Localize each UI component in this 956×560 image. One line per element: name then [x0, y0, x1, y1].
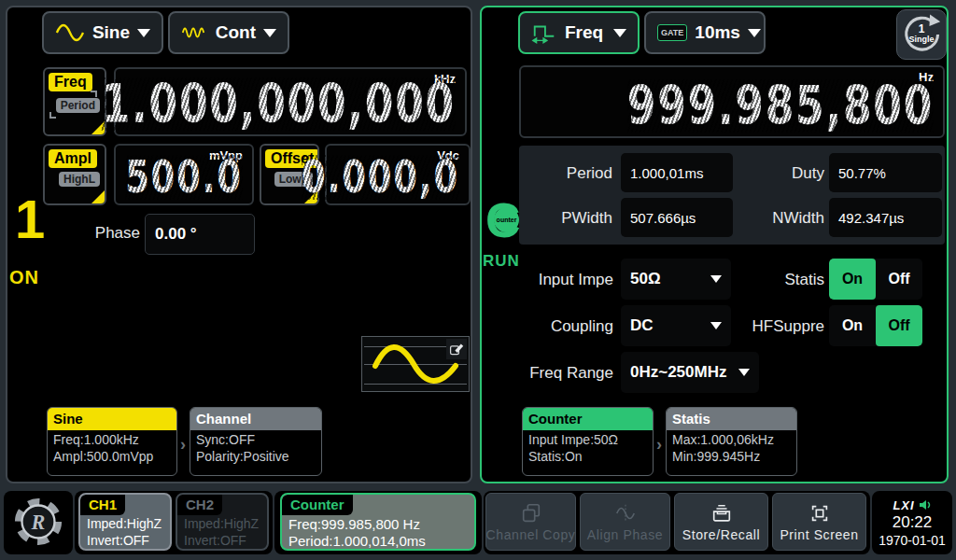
hf-suppress-off-button[interactable]: Off	[876, 305, 922, 346]
input-impedance-label: Input Impe	[515, 271, 613, 289]
tab-separator-chevron-icon: ›	[656, 435, 662, 455]
offset-value-display[interactable]: Vdc 0.000,0	[325, 144, 471, 205]
chevron-down-icon	[748, 29, 761, 37]
chevron-down-icon	[710, 275, 722, 283]
pencil-edit-icon	[449, 342, 464, 357]
phase-value: 0.00 °	[155, 225, 197, 244]
coupling-value: DC	[630, 316, 654, 335]
print-screen-button[interactable]: Print Screen	[772, 493, 866, 551]
ampl-param-selector[interactable]: Ampl HighL	[43, 144, 106, 205]
store-recall-icon	[710, 502, 733, 525]
coupling-select[interactable]: DC	[621, 305, 731, 346]
statis-off-button[interactable]: Off	[876, 259, 922, 300]
nwidth-value-box: 492.347µs	[829, 198, 942, 237]
channel-on-state: ON	[9, 267, 39, 288]
ch1-badge-line2: Invert:OFF	[87, 533, 149, 548]
clock-date: 1970-01-01	[879, 533, 946, 548]
counter-mode-select[interactable]: Freq	[518, 11, 640, 54]
tab-counter-line2: Statis:On	[523, 447, 653, 464]
counter-badge-line1: Freq:999.985,800 Hz	[288, 516, 420, 532]
clock-time: 20:22	[893, 513, 933, 532]
logo-letter: R	[31, 511, 46, 534]
tab-statis[interactable]: Statis Max:1.000,06kHz Min:999.945Hz	[666, 407, 797, 476]
speaker-icon	[919, 499, 932, 511]
pulse-width-icon	[531, 21, 557, 44]
store-recall-button[interactable]: Store/Recall	[674, 493, 768, 551]
bottom-buttons-cell: Channel Copy Align Phase Store/Recall Pr…	[484, 491, 870, 554]
period-alt-label: Period	[56, 98, 100, 113]
chevron-down-icon	[613, 29, 626, 37]
coupling-label: Coupling	[515, 317, 613, 336]
tab-counter[interactable]: Counter Input Impe:50Ω Statis:On	[522, 407, 654, 476]
freq-param-selector[interactable]: Freq Period	[43, 67, 106, 136]
hf-suppress-on-button[interactable]: On	[829, 305, 876, 346]
nwidth-label: NWidth	[731, 209, 824, 228]
sine-icon	[55, 22, 85, 43]
chevron-down-icon	[137, 29, 150, 37]
tab-statis-line1: Max:1.000,06kHz	[667, 430, 796, 447]
period-value: 1.000,01ms	[630, 165, 703, 181]
pwidth-value: 507.666µs	[630, 210, 696, 226]
tab-statis-title: Statis	[667, 408, 796, 430]
system-status-block: LXI 20:22 1970-01-01	[872, 491, 952, 554]
period-label: Period	[519, 164, 612, 183]
hf-suppress-toggle: On Off	[829, 305, 922, 346]
run-mode-select[interactable]: Cont	[168, 11, 289, 54]
freq-value-display[interactable]: kHz 1.000,000,000	[114, 67, 467, 136]
phase-label: Phase	[82, 224, 140, 243]
highlevel-alt-label: HighL	[59, 172, 100, 187]
print-screen-icon	[808, 502, 831, 525]
input-impedance-select[interactable]: 50Ω	[621, 259, 731, 300]
gate-badge: GATE	[657, 24, 687, 41]
ch1-status-badge[interactable]: CH1 Imped:HighZ Invert:OFF	[78, 493, 172, 551]
pwidth-value-box: 507.666µs	[621, 198, 733, 237]
channel-copy-button[interactable]: Channel Copy	[485, 493, 576, 551]
nwidth-value: 492.347µs	[838, 210, 904, 226]
tab-sine-line1: Freq:1.000kHz	[48, 430, 176, 447]
tab-counter-line1: Input Impe:50Ω	[523, 430, 653, 447]
align-phase-button[interactable]: Align Phase	[580, 493, 670, 551]
gate-time-select[interactable]: GATE 10ms	[644, 11, 766, 54]
tab-channel-line2: Polarity:Positive	[190, 447, 321, 464]
channel-badges-cell: CH1 Imped:HighZ Invert:OFF CH2 Imped:Hig…	[75, 491, 273, 554]
tab-sine[interactable]: Sine Freq:1.000kHz Ampl:500.0mVpp	[47, 407, 177, 476]
waveform-select-label: Sine	[92, 22, 130, 43]
statis-toggle: On Off	[829, 259, 922, 300]
hf-suppress-label: HFSuppre	[726, 317, 824, 336]
waveform-preview[interactable]	[361, 336, 470, 392]
tab-counter-title: Counter	[523, 408, 653, 430]
phase-input[interactable]: 0.00 °	[145, 214, 255, 255]
waveform-select[interactable]: Sine	[42, 11, 163, 54]
channel-number: 1	[15, 192, 45, 246]
statis-on-button[interactable]: On	[829, 259, 876, 300]
edit-waveform-button[interactable]	[446, 339, 467, 359]
duty-label: Duty	[731, 164, 824, 183]
statis-label: Statis	[726, 271, 824, 289]
print-screen-label: Print Screen	[780, 527, 858, 542]
tab-statis-line2: Min:999.945Hz	[667, 447, 796, 464]
chevron-down-icon	[738, 369, 750, 376]
counter-run-state: RUN	[483, 252, 520, 271]
ampl-value-display[interactable]: mVpp 500.0	[114, 144, 254, 205]
corner-bracket-icon	[49, 112, 56, 119]
continuous-wave-icon	[181, 22, 208, 43]
single-count: 1	[897, 22, 946, 35]
chevron-down-icon	[263, 29, 276, 37]
channel1-panel: Sine Cont 1 ON Freq Period kHz 1.000,000…	[6, 6, 472, 483]
tab-channel[interactable]: Channel Sync:OFF Polarity:Positive	[190, 407, 322, 476]
counter-mode-label: Freq	[565, 22, 603, 43]
ch2-status-badge[interactable]: CH2 Imped:HighZ Invert:OFF	[176, 493, 269, 551]
system-menu-button[interactable]: R	[4, 491, 73, 554]
freq-range-select[interactable]: 0Hz~250MHz	[621, 352, 759, 393]
knob-corner-icon	[91, 189, 105, 204]
counter-badge-line2: Period:1.000,014,0ms	[288, 533, 426, 549]
offset-value: 0.000,0	[302, 155, 459, 200]
single-trigger-button[interactable]: 1 Single	[896, 9, 947, 60]
tab-sine-title: Sine	[48, 408, 176, 430]
counter-status-badge[interactable]: Counter Freq:999.985,800 Hz Period:1.000…	[280, 493, 476, 551]
copy-icon	[520, 502, 542, 525]
counter-badge-cell: Counter Freq:999.985,800 Hz Period:1.000…	[274, 491, 482, 554]
ampl-label: Ampl	[49, 149, 97, 168]
gate-time-label: 10ms	[695, 22, 740, 43]
freq-range-value: 0Hz~250MHz	[630, 363, 726, 382]
